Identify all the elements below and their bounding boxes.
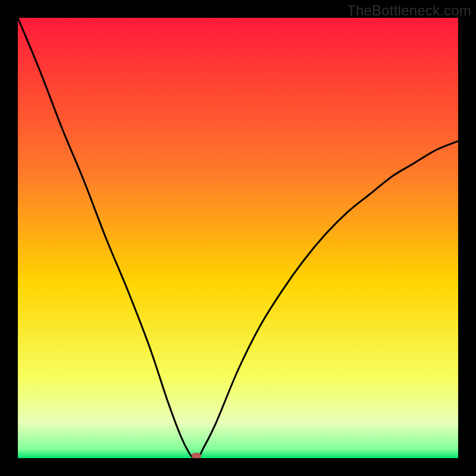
bottleneck-curve (18, 18, 458, 458)
chart-frame: TheBottleneck.com (0, 0, 476, 476)
curve-svg (18, 18, 458, 458)
optimum-marker (192, 453, 201, 458)
watermark-text: TheBottleneck.com (347, 2, 471, 19)
plot-area (18, 18, 458, 458)
